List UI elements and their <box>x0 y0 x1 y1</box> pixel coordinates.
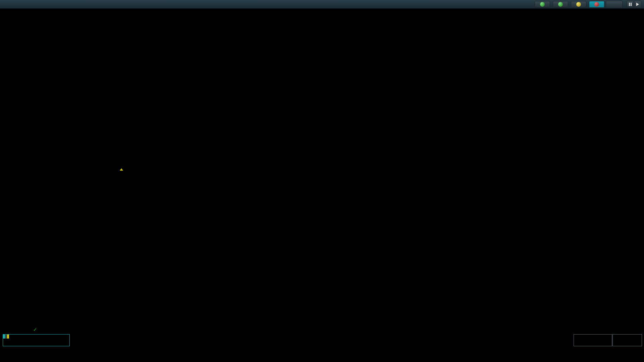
svg-rect-1 <box>631 3 632 6</box>
play-button[interactable] <box>634 1 641 8</box>
knob-icon <box>576 2 581 7</box>
menu-measure[interactable] <box>43 4 50 5</box>
pause-button[interactable] <box>627 1 634 8</box>
pause-icon <box>629 3 632 6</box>
waveform-area[interactable]: ✓ <box>0 9 644 334</box>
menu-utilities[interactable] <box>63 4 70 5</box>
svg-marker-2 <box>636 3 639 6</box>
channel-readout-f1[interactable] <box>3 334 70 346</box>
svg-rect-0 <box>629 3 630 6</box>
trigger-readout[interactable] <box>612 334 642 346</box>
status-bar <box>0 334 644 354</box>
toolbar-knob-1[interactable] <box>535 1 550 8</box>
trigger-setup-button[interactable] <box>606 1 623 8</box>
play-icon <box>636 3 639 6</box>
waveform-grid-upper <box>6 12 643 169</box>
menu-vertical[interactable] <box>9 4 16 5</box>
menubar <box>0 0 644 9</box>
menu-math[interactable] <box>50 4 56 5</box>
menu-timebase[interactable] <box>16 4 23 5</box>
menu-support[interactable] <box>70 4 76 5</box>
check-icon: ✓ <box>33 327 37 332</box>
menu-file[interactable] <box>3 4 9 5</box>
menu-cursors[interactable] <box>36 4 43 5</box>
menu-display[interactable] <box>30 4 36 5</box>
toolbar-knob-4[interactable] <box>589 1 604 8</box>
menu-trigger[interactable] <box>23 4 30 5</box>
menu-analysis[interactable] <box>56 4 63 5</box>
toolbar-knob-2[interactable] <box>553 1 568 8</box>
timebase-readout[interactable] <box>574 334 612 346</box>
knob-icon <box>540 2 545 7</box>
trigger-marker-upper[interactable] <box>120 168 123 171</box>
waveform-grid-lower <box>6 174 643 330</box>
knob-icon <box>594 2 599 7</box>
readout-tab-m1 <box>7 335 9 339</box>
knob-icon <box>558 2 563 7</box>
toolbar-knob-3[interactable] <box>571 1 586 8</box>
test-results-bar: ✓ <box>0 325 644 334</box>
